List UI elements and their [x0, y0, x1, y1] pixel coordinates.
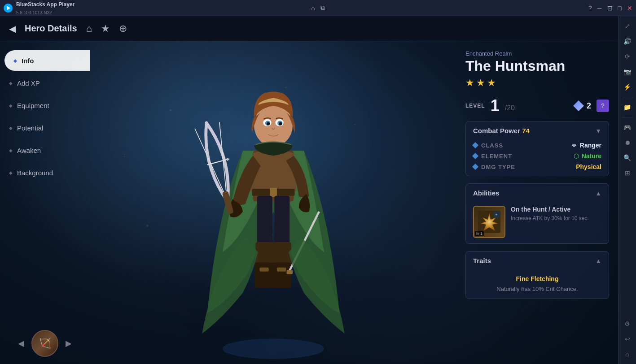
- home-nav-icon[interactable]: ⌂: [86, 23, 92, 35]
- ability-level-badge: lv 1: [475, 231, 484, 236]
- rotate-icon[interactable]: ⟳: [621, 50, 634, 63]
- stat-row-element: ELEMENT ⬡ Nature: [473, 152, 601, 160]
- title-bar-controls: ? ─ ⊡ □ ✕: [588, 4, 632, 12]
- hero-header: Enchanted Realm The Huntsman ★ ★ ★: [465, 50, 609, 89]
- home-titlebar-icon[interactable]: ⌂: [311, 4, 315, 12]
- level-label: LEVEL: [465, 103, 485, 109]
- stat-diamond-dmg: [472, 164, 478, 170]
- volume-icon[interactable]: 🔊: [621, 35, 634, 48]
- element-icon: ⬡: [574, 152, 579, 160]
- svg-text:+: +: [495, 212, 497, 217]
- back-sidebar-icon[interactable]: ↩: [621, 333, 634, 345]
- gem-count: 2: [587, 101, 591, 111]
- abilities-chevron: ▲: [595, 190, 601, 197]
- left-menu: ◆ Info ◆ Add XP ◆ Equipment ◆ Potential …: [0, 41, 90, 364]
- hero-character-art: [157, 59, 390, 364]
- mystery-button[interactable]: ?: [597, 100, 609, 112]
- menu-item-add-xp[interactable]: ◆ Add XP: [0, 73, 90, 93]
- svg-rect-22: [254, 262, 274, 288]
- stat-row-class: CLASS Ranger: [473, 142, 601, 149]
- svg-point-14: [222, 338, 324, 359]
- class-crossbow-icon: [571, 142, 577, 148]
- home-sidebar-icon[interactable]: ⌂: [621, 348, 634, 360]
- right-sidebar: ⤢ 🔊 ⟳ 📷 ⚡ 📁 🎮 ⏺ 🔍 ⊞ ⚙ ↩ ⌂: [618, 16, 636, 364]
- help-button[interactable]: ?: [588, 4, 592, 12]
- combat-power-header[interactable]: Combat Power 74 ▼: [466, 121, 609, 140]
- screenshot-icon[interactable]: 📷: [621, 65, 634, 78]
- bluestacks-logo: [4, 4, 13, 13]
- menu-item-info[interactable]: ◆ Info: [4, 50, 90, 71]
- diamond-icon-awaken: ◆: [9, 148, 13, 153]
- combat-power-value: 74: [522, 127, 530, 134]
- diamond-icon-equip: ◆: [9, 103, 13, 108]
- ability-desc: Increase ATK by 30% for 10 sec.: [511, 215, 601, 222]
- trait-name: Fine Fletching: [473, 275, 601, 282]
- bottom-nav: ◀ ▶: [0, 330, 90, 357]
- stats-body: CLASS Ranger: [466, 140, 609, 176]
- prev-hero-button[interactable]: ◀: [18, 338, 24, 348]
- currency-gem-display: 2: [573, 100, 591, 111]
- stat-diamond-element: [472, 153, 478, 159]
- title-bar: BlueStacks App Player 5.8.100.1013 N32 ⌂…: [0, 0, 636, 16]
- top-nav: ◀ Hero Details ⌂ ★ ⊕: [0, 16, 618, 41]
- svg-marker-37: [226, 157, 230, 161]
- hero-name: The Huntsman: [465, 58, 609, 74]
- menu-item-potential[interactable]: ◆ Potential: [0, 117, 90, 138]
- menu-item-awaken[interactable]: ◆ Awaken: [0, 140, 90, 160]
- windowed-button[interactable]: ⊡: [607, 4, 613, 12]
- svg-rect-23: [272, 262, 291, 288]
- stat-class-value: Ranger: [580, 142, 601, 149]
- close-button[interactable]: ✕: [627, 4, 632, 12]
- zoom-nav-icon[interactable]: ⊕: [119, 23, 127, 35]
- gamepad-icon[interactable]: 🎮: [621, 121, 634, 134]
- macro-icon[interactable]: ⏺: [621, 136, 634, 149]
- stat-diamond-class: [472, 142, 478, 148]
- traits-section: Traits ▲ Fine Fletching Naturally has 10…: [465, 251, 609, 299]
- diamond-icon-info: ◆: [13, 58, 17, 63]
- game-area: ◀ Hero Details ⌂ ★ ⊕: [0, 16, 618, 364]
- ability-row: + lv 1 On the Hunt / Active Increase ATK…: [466, 202, 609, 243]
- stat-row-dmgtype: DMG TYPE Physical: [473, 163, 601, 170]
- multiinstance-icon[interactable]: ⧉: [320, 4, 325, 12]
- hero-realm: Enchanted Realm: [465, 50, 609, 57]
- combat-power-section: Combat Power 74 ▼ CLASS: [465, 121, 609, 176]
- traits-header[interactable]: Traits ▲: [466, 251, 609, 270]
- back-button[interactable]: ◀: [9, 23, 16, 34]
- right-panel: Enchanted Realm The Huntsman ★ ★ ★ LEVEL…: [456, 41, 618, 364]
- hero-figure: [90, 41, 456, 364]
- minimize-button[interactable]: ─: [597, 4, 602, 12]
- folder-icon[interactable]: 📁: [621, 101, 634, 113]
- page-title: Hero Details: [25, 23, 77, 34]
- search-sidebar-icon[interactable]: 🔍: [621, 152, 634, 164]
- menu-item-background[interactable]: ◆ Background: [0, 162, 90, 183]
- shake-icon[interactable]: ⚡: [621, 81, 634, 93]
- ability-icon[interactable]: + lv 1: [473, 206, 505, 238]
- app-container: ◀ Hero Details ⌂ ★ ⊕: [0, 16, 636, 364]
- diamond-icon-bg: ◆: [9, 170, 13, 175]
- abilities-label: Abilities: [473, 189, 499, 197]
- layers-icon[interactable]: ⊞: [621, 167, 634, 179]
- diamond-icon-potential: ◆: [9, 126, 13, 130]
- gem-icon: [573, 100, 584, 111]
- hero-stars: ★ ★ ★: [465, 77, 609, 89]
- hero-level: 1: [491, 98, 500, 114]
- stat-dmgtype-value: Physical: [576, 163, 601, 170]
- favorite-nav-icon[interactable]: ★: [101, 23, 110, 35]
- settings-icon[interactable]: ⚙: [621, 317, 634, 330]
- hero-avatar[interactable]: [31, 330, 58, 357]
- expand-icon[interactable]: ⤢: [621, 20, 634, 32]
- svg-point-31: [267, 122, 270, 126]
- diamond-icon-addxp: ◆: [9, 81, 13, 86]
- traits-label: Traits: [473, 257, 491, 264]
- sidebar-sep-1: [622, 97, 633, 97]
- star-2: ★: [476, 77, 485, 89]
- menu-item-equipment[interactable]: ◆ Equipment: [0, 95, 90, 116]
- abilities-header[interactable]: Abilities ▲: [466, 184, 609, 202]
- app-name: BlueStacks App Player 5.8.100.1013 N32: [16, 0, 75, 16]
- traits-body: Fine Fletching Naturally has 10% Crit Ch…: [466, 270, 609, 299]
- maximize-button[interactable]: □: [618, 4, 622, 12]
- abilities-section: Abilities ▲: [465, 183, 609, 244]
- next-hero-button[interactable]: ▶: [66, 338, 72, 348]
- ability-name: On the Hunt / Active: [511, 206, 601, 213]
- combat-power-chevron: ▼: [595, 127, 601, 134]
